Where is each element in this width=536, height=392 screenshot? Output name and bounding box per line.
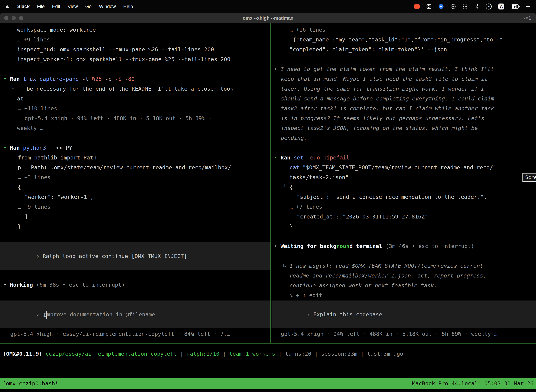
text-segment: readme-and-reco/mailbox/worker-1.json, a… [289,272,486,279]
terminal-line: readme-and-reco/mailbox/worker-1.json, a… [272,271,536,280]
terminal-line: at [0,93,270,103]
model-status-line: gpt-5.4 xhigh · 94% left · 488K in · 5.1… [0,113,270,123]
text-segment: workspace_mode: worktree [17,27,96,33]
text-segment: p = Path('.omx/state/team/review-current… [18,164,231,171]
text-segment: tmux capture-pane [23,76,82,82]
composer-placeholder: mprove documentation in @filename [47,311,155,317]
terminal-line: "created_at": "2026-03-31T11:59:27.816Z" [272,212,536,221]
text-segment: inspect_hud: omx sparkshell --tmux-pane … [17,46,214,52]
bullet: • [3,76,10,82]
terminal-line: "worker": "worker-1", [0,192,270,202]
menu-file[interactable]: File [37,4,45,9]
key-icon[interactable] [474,4,479,9]
text-segment: gpt-5.4 xhigh · 94% left · 488K in · 5.1… [25,115,212,121]
left-model-status: gpt-5.4 xhigh · essay/ai-reimplementatio… [0,329,270,339]
text-segment: 1 new msg(s): read $OMX_TEAM_STATE_ROOT/… [289,263,486,269]
window-titlebar[interactable]: omx --xhigh --madmax ⌥⌘1 [0,13,536,23]
terminal-line [272,143,536,153]
text-segment: tasks/task-2.json" [289,174,349,180]
text-segment: ↳ [283,263,289,269]
input-source-icon[interactable]: A [498,4,504,9]
text-segment: … +3 lines [18,174,51,180]
left-pane[interactable]: workspace_mode: worktree… +9 linesinspec… [0,23,270,343]
menu-app-name[interactable]: Slack [17,4,30,9]
record-circle-icon[interactable] [450,4,456,9]
omx-last-activity: last:3m ago [367,350,403,357]
text-segment: Ran [10,76,23,82]
text-segment: pending. [281,135,307,141]
text-segment: … +9 lines [17,36,50,43]
model-status-line: gpt-5.4 xhigh · 94% left · 488K in · 5.1… [272,329,536,339]
window-grid-icon[interactable] [426,4,431,9]
text-segment: … +9 lines [18,204,51,210]
text-segment: (6m 38s • esc to interrupt) [36,281,125,288]
text-segment: weekly … [17,125,43,131]
omx-turns: turns:20 [285,350,311,357]
terminal-line: inspect_worker-1: omx sparkshell --tmux-… [0,54,270,64]
text-segment: Ran [281,154,294,161]
text-segment: … +16 lines [289,27,325,33]
composer-row: ›Improve documentation in @filename [0,300,155,329]
menu-window[interactable]: Window [99,4,116,9]
menu-go[interactable]: Go [85,4,92,9]
text-segment: } [18,223,21,229]
text-segment: set [294,154,307,161]
terminal-line: … +16 lines [272,25,536,35]
left-composer-input[interactable]: ›Improve documentation in @filename [0,300,270,328]
text-segment: d terminal [349,243,382,249]
omx-session-time: session:23m [321,350,357,357]
model-status-line: gpt-5.4 xhigh · essay/ai-reimplementatio… [0,329,270,339]
terminal[interactable]: workspace_mode: worktree… +9 linesinspec… [0,23,536,392]
right-pane[interactable]: … +16 lines'{"team_name":"my-team","task… [272,23,536,343]
terminal-line: "completed","claim_token":"claim-token"}… [272,44,536,54]
screen-recording-indicator-icon[interactable] [414,4,420,9]
pane-divider[interactable] [270,23,271,343]
battery-percent-icon[interactable]: .61 [486,4,492,9]
text-segment: "created_at": "2026-03-31T11:59:27.816Z" [297,213,428,220]
menu-help[interactable]: Help [123,4,133,9]
dots-grid-icon[interactable] [463,4,468,9]
terminal-line: workspace_mode: worktree [0,25,270,35]
text-segment: "worker": "worker-1", [25,194,94,200]
text-segment: cat [289,164,303,171]
terminal-line: inspect task2's JSON, focusing on the st… [272,123,536,133]
app-icon-blue[interactable] [438,4,444,9]
terminal-line: … +7 lines [272,202,536,212]
terminal-line: inspect_hud: omx sparkshell --tmux-pane … [0,44,270,54]
menu-list-icon[interactable] [526,4,531,9]
text-segment: { [18,184,21,190]
text-segment: Waiting for backg [281,243,336,249]
terminal-line: tasks/task-2.json" [272,172,536,182]
terminal-line [0,64,270,74]
text-segment: '{"team_name":"my-team","task_id":"1","f… [289,36,503,43]
terminal-line: • Ran set -euo pipefail [272,153,536,163]
terminal-line: p = Path('.omx/state/team/review-current… [0,163,270,172]
battery-icon[interactable] [511,5,519,9]
terminal-line: cat "$OMX_TEAM_STATE_ROOT/team/review-cu… [272,163,536,172]
menubar: Slack File Edit View Go Window Help [0,0,536,13]
text-segment: -t [82,76,92,82]
apple-menu-icon[interactable] [5,4,10,9]
text-segment: inspect task2's JSON, focusing on the st… [281,125,478,131]
terminal-line: task2 after task1 is complete, but can I… [272,103,536,113]
left-agent-status-band[interactable]: ›Ralph loop active continue [OMX_TMUX_IN… [0,242,270,270]
terminal-line: } [0,221,270,231]
omx-version: [OMX#0.11.9] [3,350,42,357]
menu-view[interactable]: View [68,4,78,9]
terminal-line: ] [0,212,270,221]
terminal-line: … +3 lines [0,172,270,182]
text-segment: gpt-5.4 xhigh · 94% left · 488K in · 5.1… [281,331,498,337]
menu-edit[interactable]: Edit [52,4,60,9]
omx-team-count: team:1 workers [229,350,275,357]
working-status-line: • Working (6m 38s • esc to interrupt) [0,280,270,289]
bullet: • [274,154,281,161]
text-segment: -S -80 [115,76,135,82]
terminal-line: pending. [272,133,536,143]
prompt-chevron-icon: › [36,251,43,261]
right-composer-input[interactable]: ›Explain this codebase [272,300,536,328]
menubar-status-icons: .61 A [414,4,531,9]
terminal-line: should send a message before completing … [272,93,536,103]
terminal-line: └ { [0,182,270,192]
window-shortcut-badge: ⌥⌘1 [523,13,531,23]
pane-bottom-border [0,343,536,344]
